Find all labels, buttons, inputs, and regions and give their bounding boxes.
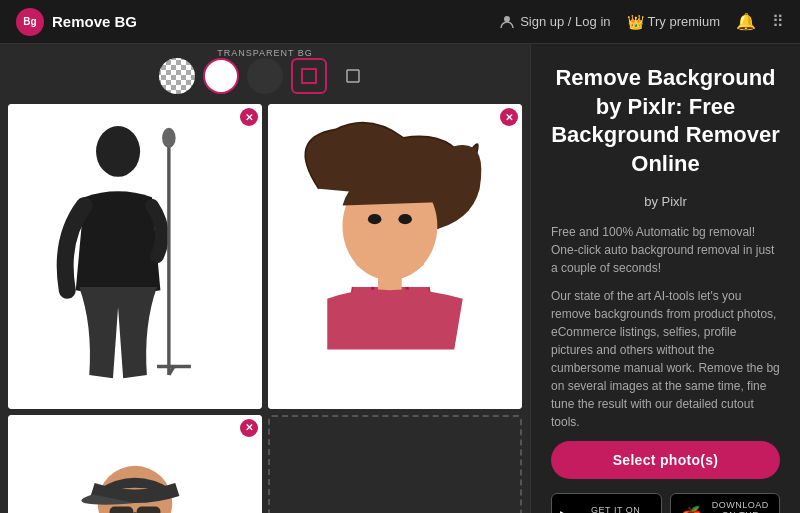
right-desc-2: Our state of the art AI-tools let's you … xyxy=(551,287,780,431)
bg-outline-option[interactable] xyxy=(291,58,327,94)
svg-point-11 xyxy=(398,214,412,224)
svg-rect-24 xyxy=(137,506,161,513)
user-icon xyxy=(499,14,515,30)
crop-option[interactable] xyxy=(335,58,371,94)
photo-grid: ✕ xyxy=(8,104,522,513)
right-panel-subtitle: by Pixlr xyxy=(551,194,780,209)
svg-point-0 xyxy=(504,16,510,22)
header-right: Sign up / Log in 👑 Try premium 🔔 ⠿ xyxy=(499,12,784,31)
bg-white-option[interactable] xyxy=(203,58,239,94)
select-photo-box[interactable]: + Select photo(s) xyxy=(268,415,522,513)
svg-point-7 xyxy=(162,128,176,148)
bg-transparent-option[interactable] xyxy=(159,58,195,94)
header: Bg Remove BG Sign up / Log in 👑 Try prem… xyxy=(0,0,800,44)
photo-item-3: ✕ xyxy=(8,415,262,513)
app-store-download: Download on the xyxy=(710,500,772,513)
crown-icon: 👑 xyxy=(627,14,644,30)
select-photos-cta-button[interactable]: Select photo(s) xyxy=(551,441,780,479)
grid-icon[interactable]: ⠿ xyxy=(772,12,784,31)
svg-rect-23 xyxy=(110,506,134,513)
google-play-get-it: GET IT ON xyxy=(581,505,650,513)
svg-point-3 xyxy=(96,126,140,177)
google-play-button[interactable]: ▶ GET IT ON Google Play xyxy=(551,493,662,513)
main-content: TRANSPARENT BG ✕ xyxy=(0,44,800,513)
bg-black-option[interactable] xyxy=(247,58,283,94)
person2-image xyxy=(268,104,522,409)
svg-rect-1 xyxy=(302,69,316,83)
right-panel: Remove Background by Pixlr: Free Backgro… xyxy=(530,44,800,513)
logo-icon: Bg xyxy=(16,8,44,36)
close-photo-2-button[interactable]: ✕ xyxy=(500,108,518,126)
close-photo-1-button[interactable]: ✕ xyxy=(240,108,258,126)
crop-icon xyxy=(343,66,363,86)
signup-link[interactable]: Sign up / Log in xyxy=(499,14,610,30)
toolbar: TRANSPARENT BG xyxy=(8,52,522,104)
store-buttons: ▶ GET IT ON Google Play 🍎 Download on th… xyxy=(551,493,780,513)
header-left: Bg Remove BG xyxy=(16,8,137,36)
photo-item-1: ✕ xyxy=(8,104,262,409)
person3-image xyxy=(8,415,262,513)
svg-point-10 xyxy=(368,214,382,224)
right-desc-1: Free and 100% Automatic bg removal! One-… xyxy=(551,223,780,277)
bell-icon[interactable]: 🔔 xyxy=(736,12,756,31)
square-icon xyxy=(300,67,318,85)
premium-button[interactable]: 👑 Try premium xyxy=(627,14,720,30)
person1-image xyxy=(8,104,262,409)
google-play-text: GET IT ON Google Play xyxy=(581,505,650,513)
close-photo-3-button[interactable]: ✕ xyxy=(240,419,258,437)
app-store-button[interactable]: 🍎 Download on the App Store xyxy=(670,493,781,513)
app-store-text: Download on the App Store xyxy=(710,500,772,513)
app-title: Remove BG xyxy=(52,13,137,30)
right-panel-title: Remove Background by Pixlr: Free Backgro… xyxy=(551,64,780,178)
photo-item-2: ✕ xyxy=(268,104,522,409)
toolbar-label: TRANSPARENT BG xyxy=(213,48,317,58)
google-play-icon: ▶ xyxy=(560,505,575,513)
left-panel: TRANSPARENT BG ✕ xyxy=(0,44,530,513)
apple-icon: 🍎 xyxy=(679,505,704,513)
